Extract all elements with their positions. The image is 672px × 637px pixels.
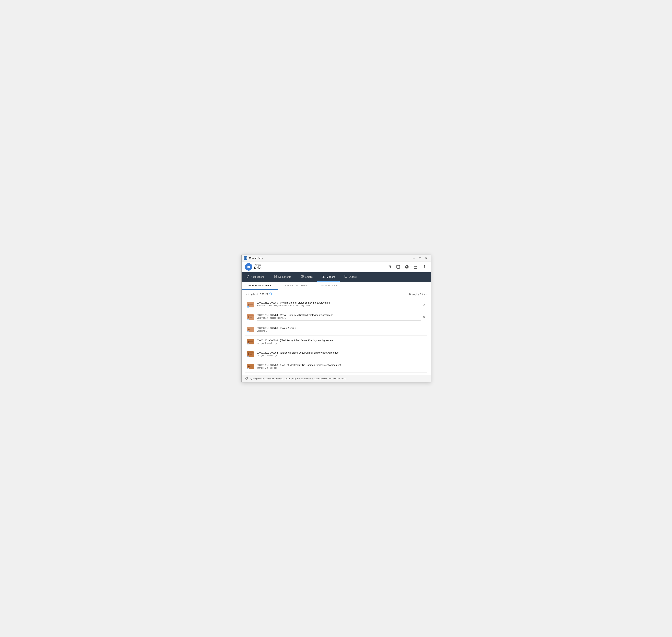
tab-documents[interactable]: Documents (269, 272, 296, 282)
refresh-header-button[interactable] (387, 264, 392, 270)
matter-list: 00000166.L-000780 - (Aetna) Sianna Forst… (245, 299, 427, 372)
tab-matters[interactable]: Matters (317, 272, 340, 282)
table-row: 00000139.L-000754 - (Banco-do-Brasil) Jo… (245, 348, 427, 360)
refresh-small-icon[interactable] (269, 292, 272, 296)
tab-outbox-label: Outbox (349, 275, 357, 278)
matter-progress-fill-1 (257, 308, 319, 308)
notifications-icon (246, 275, 249, 279)
table-row: 00000138.L-000753 - (Bank-of-Montreal) T… (245, 360, 427, 372)
svg-rect-63 (247, 365, 254, 365)
table-row: 00000170.L-000784 - (Aviva) Brittney Mil… (245, 311, 427, 323)
matter-subtitle-6: changed 2 months ago (257, 367, 426, 369)
logo-text: iManage Drive (254, 264, 263, 270)
matter-close-button-2[interactable]: ✕ (422, 315, 426, 320)
svg-rect-47 (247, 340, 254, 340)
folder-header-button[interactable] (413, 264, 419, 270)
content-area: Last Updated 10:52 AM Displaying 6 items (242, 290, 430, 375)
status-bar-top: Last Updated 10:52 AM Displaying 6 items (245, 292, 427, 296)
logo-top: iManage (254, 264, 263, 266)
matter-content-1: 00000166.L-000780 - (Aetna) Sianna Forst… (257, 302, 421, 308)
table-row: 00000069.L-000486 - Project Aegiale Unli… (245, 323, 427, 335)
tab-outbox[interactable]: Outbox (340, 272, 361, 282)
matter-subtitle-5: changed 2 months ago (257, 354, 426, 357)
matter-icon-1 (246, 301, 254, 309)
sub-tab-synced[interactable]: SYNCED MATTERS (242, 282, 278, 290)
matter-close-button-1[interactable]: ✕ (422, 303, 426, 307)
last-updated: Last Updated 10:52 AM (245, 292, 272, 296)
svg-rect-0 (244, 257, 247, 259)
settings-header-button[interactable] (422, 264, 427, 270)
logo-area: m iManage Drive (245, 263, 387, 271)
sub-tab-my[interactable]: MY MATTERS (314, 282, 344, 290)
svg-point-11 (424, 267, 425, 268)
matter-title-3: 00000069.L-000486 - Project Aegiale (257, 327, 426, 329)
maximize-button[interactable]: □ (418, 256, 423, 260)
matter-content-2: 00000170.L-000784 - (Aviva) Brittney Mil… (257, 314, 421, 321)
svg-rect-1 (245, 259, 246, 259)
matter-title-2: 00000170.L-000784 - (Aviva) Brittney Mil… (257, 314, 421, 316)
title-bar: iManage Drive — □ ✕ (242, 255, 430, 261)
matter-subtitle-2: Step 0 of 13: Preparing to sync... (257, 317, 421, 319)
matter-title-4: 00000185.L-000798 - (BlackRock) Suhail B… (257, 339, 426, 342)
app-icon (244, 256, 247, 260)
matter-icon-5 (246, 350, 254, 358)
status-bar-bottom: Syncing (Matter: 00000166.L-000780 - (Ae… (242, 375, 430, 382)
window-title: iManage Drive (249, 257, 412, 259)
sub-tabs: SYNCED MATTERS RECENT MATTERS MY MATTERS (242, 282, 430, 290)
window-controls: — □ ✕ (412, 256, 428, 260)
matter-content-4: 00000185.L-000798 - (BlackRock) Suhail B… (257, 339, 426, 344)
tab-matters-label: Matters (326, 275, 335, 278)
minimize-button[interactable]: — (412, 256, 417, 260)
last-updated-text: Last Updated 10:52 AM (245, 293, 268, 295)
nav-tabs: Notifications Documents Emails (242, 272, 430, 282)
matter-icon-2 (246, 313, 254, 321)
tab-emails-label: Emails (305, 275, 313, 278)
matter-icon-4 (246, 338, 254, 346)
documents-icon (274, 275, 277, 279)
matter-progress-bar-2 (257, 320, 421, 321)
matter-subtitle-1: Step 5 of 13: Retrieving document links … (257, 304, 421, 307)
svg-rect-31 (247, 315, 254, 316)
app-header: m iManage Drive (242, 261, 430, 272)
matter-subtitle-3: Unlinking... (257, 330, 426, 332)
logo-bottom: Drive (254, 266, 263, 270)
matter-icon-3 (246, 325, 254, 333)
tab-documents-label: Documents (278, 275, 291, 278)
sub-tab-recent[interactable]: RECENT MATTERS (278, 282, 314, 290)
globe-header-button[interactable] (404, 264, 410, 270)
matter-title-1: 00000166.L-000780 - (Aetna) Sianna Forst… (257, 302, 421, 304)
tab-emails[interactable]: Emails (296, 272, 317, 282)
matter-progress-bar-1 (257, 308, 421, 308)
matter-subtitle-4: changed 2 months ago (257, 342, 426, 344)
status-text: Syncing (Matter: 00000166.L-000780 - (Ae… (250, 378, 346, 380)
svg-rect-39 (247, 328, 254, 328)
tab-notifications[interactable]: Notifications (242, 272, 269, 282)
matter-icon-6 (246, 362, 254, 370)
outbox-icon (344, 275, 348, 279)
sync-status-icon (245, 377, 248, 381)
displaying-text: Displaying 6 items (409, 293, 427, 295)
matter-title-5: 00000139.L-000754 - (Banco-do-Brasil) Jo… (257, 351, 426, 354)
svg-rect-23 (247, 303, 254, 303)
matter-content-6: 00000138.L-000753 - (Bank-of-Montreal) T… (257, 364, 426, 369)
close-button[interactable]: ✕ (424, 256, 428, 260)
svg-rect-55 (247, 352, 254, 353)
logo-circle: m (245, 263, 252, 271)
tab-notifications-label: Notifications (251, 275, 265, 278)
table-row: 00000166.L-000780 - (Aetna) Sianna Forst… (245, 299, 427, 311)
table-row: 00000185.L-000798 - (BlackRock) Suhail B… (245, 335, 427, 348)
matters-icon (322, 275, 325, 279)
add-header-button[interactable] (395, 264, 401, 270)
matter-content-5: 00000139.L-000754 - (Banco-do-Brasil) Jo… (257, 351, 426, 357)
matter-title-6: 00000138.L-000753 - (Bank-of-Montreal) T… (257, 364, 426, 366)
matter-content-3: 00000069.L-000486 - Project Aegiale Unli… (257, 327, 426, 332)
emails-icon (301, 275, 304, 279)
header-icons (387, 264, 427, 270)
